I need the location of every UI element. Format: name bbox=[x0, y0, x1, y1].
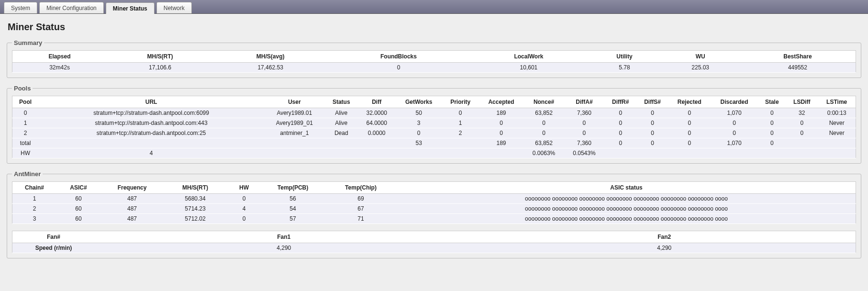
cell-url: stratum+tcp://stratum-dash.antpool.com:4… bbox=[38, 118, 264, 128]
summary-table: Elapsed MH/S(RT) MH/S(avg) FoundBlocks L… bbox=[12, 50, 856, 73]
cell-utility: 5.78 bbox=[588, 63, 661, 73]
pools-row: 2stratum+tcp://stratum-dash.antpool.com:… bbox=[12, 128, 856, 138]
cell-total-diffs: 0 bbox=[636, 138, 668, 148]
antminer-row: 1604875680.3405669oooooooo oooooooo oooo… bbox=[12, 194, 856, 204]
cell-asic_status: oooooooo oooooooo oooooooo oooooooo oooo… bbox=[397, 194, 856, 204]
col-diffs: DiffS# bbox=[636, 96, 668, 108]
cell-chain: 3 bbox=[12, 214, 57, 224]
cell-hw: 4 bbox=[227, 204, 261, 214]
col-frequency: Frequency bbox=[100, 182, 164, 194]
col-discarded: Discarded bbox=[711, 96, 758, 108]
cell-diffs: 0 bbox=[636, 108, 668, 118]
pools-legend: Pools bbox=[12, 85, 33, 92]
cell-wu: 225.03 bbox=[661, 63, 739, 73]
col-url: URL bbox=[38, 96, 264, 108]
cell-diffs: 0 bbox=[636, 128, 668, 138]
page-body: Miner Status Summary Elapsed MH/S(RT) MH… bbox=[0, 14, 868, 272]
tab-miner-configuration[interactable]: Miner Configuration bbox=[39, 2, 104, 13]
col-wu: WU bbox=[661, 51, 739, 63]
cell-lstime: Never bbox=[818, 128, 856, 138]
tab-network[interactable]: Network bbox=[156, 2, 192, 13]
cell-temp_pcb: 57 bbox=[261, 214, 324, 224]
cell-asic_status: oooooooo oooooooo oooooooo oooooooo oooo… bbox=[397, 214, 856, 224]
cell-status: Alive bbox=[325, 108, 358, 118]
cell-temp_chip: 71 bbox=[324, 214, 397, 224]
col-best-share: BestShare bbox=[740, 51, 856, 63]
cell-hw-rejected bbox=[668, 148, 711, 158]
cell-temp_chip: 67 bbox=[324, 204, 397, 214]
cell-hw-priority bbox=[442, 148, 479, 158]
antminer-table: Chain# ASIC# Frequency MH/S(RT) HW Temp(… bbox=[12, 181, 856, 224]
cell-total-stale: 0 bbox=[758, 138, 786, 148]
cell-total-priority bbox=[442, 138, 479, 148]
tab-system[interactable]: System bbox=[4, 2, 37, 13]
cell-user: antminer_1 bbox=[264, 128, 325, 138]
cell-mhs_rt: 5714.23 bbox=[164, 204, 227, 214]
cell-temp_pcb: 54 bbox=[261, 204, 324, 214]
cell-diff: 32.0000 bbox=[358, 108, 396, 118]
cell-lstime: Never bbox=[818, 118, 856, 128]
cell-discarded: 0 bbox=[711, 128, 758, 138]
cell-getworks: 0 bbox=[396, 128, 442, 138]
cell-total-diff bbox=[358, 138, 396, 148]
cell-diffa: 7,360 bbox=[564, 108, 604, 118]
cell-total-rejected: 0 bbox=[668, 138, 711, 148]
cell-diffr: 0 bbox=[604, 118, 636, 128]
cell-hw-status bbox=[325, 148, 358, 158]
tab-miner-status[interactable]: Miner Status bbox=[106, 2, 155, 14]
cell-rejected: 0 bbox=[668, 108, 711, 118]
pools-total-row: total5318963,8527,3600001,0700 bbox=[12, 138, 856, 148]
cell-diffa: 0 bbox=[564, 118, 604, 128]
cell-total-pool: total bbox=[12, 138, 39, 148]
top-tab-bar: System Miner Configuration Miner Status … bbox=[0, 0, 868, 14]
cell-hw-nonce: 0.0063% bbox=[523, 148, 564, 158]
page-title: Miner Status bbox=[8, 22, 861, 33]
pools-header-row: Pool URL User Status Diff GetWorks Prior… bbox=[12, 96, 856, 108]
col-pool: Pool bbox=[12, 96, 39, 108]
cell-status: Dead bbox=[325, 128, 358, 138]
cell-temp_chip: 69 bbox=[324, 194, 397, 204]
cell-mhs-avg: 17,462.53 bbox=[213, 63, 328, 73]
cell-diffr: 0 bbox=[604, 128, 636, 138]
cell-hw-diffr bbox=[604, 148, 636, 158]
antminer-row: 3604875712.0205771oooooooo oooooooo oooo… bbox=[12, 214, 856, 224]
cell-hw-diffa: 0.0543% bbox=[564, 148, 604, 158]
cell-lstime: 0:00:13 bbox=[818, 108, 856, 118]
cell-asic: 60 bbox=[56, 194, 100, 204]
col-rejected: Rejected bbox=[668, 96, 711, 108]
summary-legend: Summary bbox=[12, 39, 44, 46]
col-priority: Priority bbox=[442, 96, 479, 108]
cell-pool: 2 bbox=[12, 128, 39, 138]
col-local-work: LocalWork bbox=[470, 51, 588, 63]
pools-hw-row: HW40.0063%0.0543% bbox=[12, 148, 856, 158]
col-diffa: DiffA# bbox=[564, 96, 604, 108]
cell-accepted: 0 bbox=[479, 118, 524, 128]
cell-discarded: 1,070 bbox=[711, 108, 758, 118]
antminer-row: 2604875714.2345467oooooooo oooooooo oooo… bbox=[12, 204, 856, 214]
col-found-blocks: FoundBlocks bbox=[327, 51, 469, 63]
col-mhs-rt: MH/S(RT) bbox=[107, 51, 213, 63]
cell-lsdiff: 32 bbox=[786, 108, 818, 118]
cell-nonce: 0 bbox=[523, 118, 564, 128]
fan-table: Fan# Fan1 Fan2 Speed (r/min) 4,290 4,290 bbox=[12, 231, 856, 253]
cell-best-share: 449552 bbox=[740, 63, 856, 73]
cell-stale: 0 bbox=[758, 118, 786, 128]
cell-total-lstime bbox=[818, 138, 856, 148]
cell-total-accepted: 189 bbox=[479, 138, 524, 148]
cell-hw-lstime bbox=[818, 148, 856, 158]
cell-lsdiff: 0 bbox=[786, 128, 818, 138]
cell-hw: 0 bbox=[227, 194, 261, 204]
col-chain: Chain# bbox=[12, 182, 57, 194]
cell-total-diffr: 0 bbox=[604, 138, 636, 148]
cell-hw: 0 bbox=[227, 214, 261, 224]
summary-data-row: 32m42s 17,106.6 17,462.53 0 10,601 5.78 … bbox=[12, 63, 856, 73]
col-ant-hw: HW bbox=[227, 182, 261, 194]
cell-priority: 2 bbox=[442, 128, 479, 138]
pools-table: Pool URL User Status Diff GetWorks Prior… bbox=[12, 96, 856, 158]
fan-header-row: Fan# Fan1 Fan2 bbox=[12, 231, 856, 243]
cell-elapsed: 32m42s bbox=[12, 63, 107, 73]
col-mhs-avg: MH/S(avg) bbox=[213, 51, 328, 63]
cell-hw-stale bbox=[758, 148, 786, 158]
cell-fan-row-label: Speed (r/min) bbox=[12, 243, 95, 253]
cell-diff: 64.0000 bbox=[358, 118, 396, 128]
